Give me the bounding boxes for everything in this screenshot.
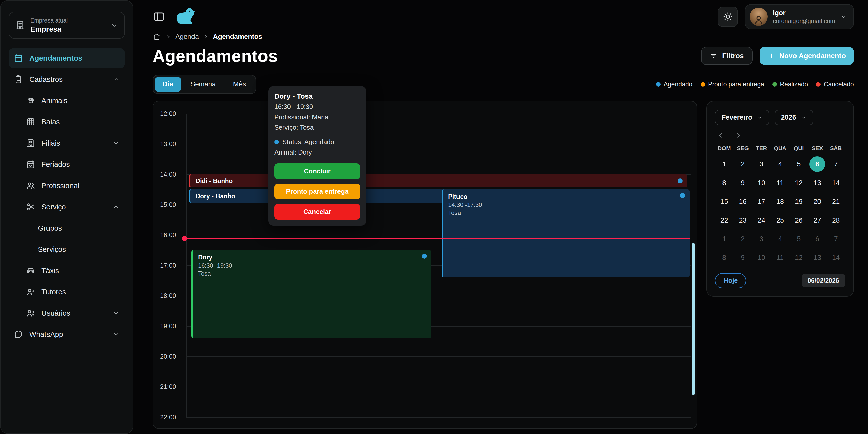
filters-button[interactable]: Filtros (701, 47, 752, 65)
new-appointment-button[interactable]: Novo Agendamento (760, 47, 854, 65)
sidebar-item-servico[interactable]: Serviço (21, 197, 125, 217)
time-label: 21:00 (160, 383, 176, 390)
calendar-day[interactable]: 10 (753, 175, 769, 191)
calendar-day[interactable]: 21 (828, 194, 844, 209)
calendar-day[interactable]: 19 (791, 194, 807, 209)
calendar-day[interactable]: 3 (753, 156, 769, 172)
calendar-day[interactable]: 3 (753, 231, 769, 247)
dow-label: DOM (715, 141, 734, 155)
calendar-day[interactable]: 1 (716, 156, 732, 172)
home-icon[interactable] (153, 32, 161, 41)
calendar-cell: 16 (734, 192, 752, 211)
year-select[interactable]: 2026 (775, 110, 813, 125)
page-title: Agendamentos (153, 46, 278, 66)
sidebar-item-feriados[interactable]: Feriados (21, 154, 125, 175)
calendar-day[interactable]: 11 (772, 175, 788, 191)
sidebar-item-usuarios[interactable]: Usuários (21, 303, 125, 323)
calendar-cell: 1 (715, 155, 734, 173)
event-dory[interactable]: Dory16:30 -19:30Tosa (191, 250, 432, 338)
mini-calendar-header: Fevereiro 2026 (715, 110, 845, 125)
sidebar-item-animais[interactable]: Animais (21, 90, 125, 111)
calendar-scrollbar[interactable] (692, 243, 695, 395)
sidebar-item-whatsapp[interactable]: WhatsApp (8, 324, 125, 345)
calendar-cell: 2 (734, 230, 752, 248)
event-didi-banho[interactable]: Didi - Banho (189, 174, 687, 187)
sidebar-item-agendamentos[interactable]: Agendamentos (8, 48, 125, 68)
event-pituco[interactable]: Pituco14:30 -17:30Tosa (441, 190, 690, 278)
mini-calendar-panel: Fevereiro 2026 DOMSEGTERQUAQUISEXSÁB1234… (706, 101, 854, 297)
sidebar-item-servicos[interactable]: Serviços (33, 239, 125, 260)
sidebar-item-baias[interactable]: Baias (21, 112, 125, 132)
hoje-button[interactable]: Hoje (715, 273, 746, 288)
calendar-day[interactable]: 18 (772, 194, 788, 209)
calendar-day[interactable]: 9 (735, 250, 751, 266)
next-month-button[interactable] (735, 132, 742, 139)
concluir-button[interactable]: Concluir (274, 163, 360, 179)
sidebar-item-profissional[interactable]: Profissional (21, 175, 125, 196)
time-label: 17:00 (160, 262, 176, 269)
calendar-day[interactable]: 6 (809, 156, 825, 172)
calendar-day[interactable]: 13 (809, 175, 825, 191)
tab-dia[interactable]: Dia (155, 77, 181, 92)
calendar-day[interactable]: 12 (791, 175, 807, 191)
calendar-day[interactable]: 9 (735, 175, 751, 191)
tab-mes[interactable]: Mês (225, 77, 254, 92)
calendar-day[interactable]: 2 (735, 231, 751, 247)
tab-semana[interactable]: Semana (182, 77, 224, 92)
calendar-day[interactable]: 26 (791, 212, 807, 228)
calendar-cell: 5 (789, 155, 808, 173)
calendar-day[interactable]: 17 (753, 194, 769, 209)
calendar-day[interactable]: 24 (753, 212, 769, 228)
calendar-day[interactable]: 28 (828, 212, 844, 228)
calendar-day[interactable]: 15 (716, 194, 732, 209)
time-label: 15:00 (160, 201, 176, 208)
calendar-day[interactable]: 25 (772, 212, 788, 228)
calendar-day[interactable]: 22 (716, 212, 732, 228)
cancelar-button[interactable]: Cancelar (274, 204, 360, 220)
time-label: 20:00 (160, 353, 176, 360)
calendar-day[interactable]: 13 (809, 250, 825, 266)
sidebar-item-tutores[interactable]: Tutores (21, 282, 125, 302)
calendar-day[interactable]: 11 (772, 250, 788, 266)
calendar-day[interactable]: 16 (735, 194, 751, 209)
sidebar-item-grupos[interactable]: Grupos (33, 218, 125, 238)
pronto-para-entrega-button[interactable]: Pronto para entrega (274, 183, 360, 199)
calendar-day[interactable]: 7 (828, 156, 844, 172)
sidebar-item-taxis[interactable]: Táxis (21, 260, 125, 281)
event-title: Dory (198, 254, 427, 261)
calendar-day[interactable]: 5 (791, 156, 807, 172)
breadcrumb-agenda[interactable]: Agenda (175, 33, 199, 41)
calendar-day[interactable]: 10 (753, 250, 769, 266)
legend-dot (772, 82, 777, 87)
sidebar-item-filiais[interactable]: Filiais (21, 133, 125, 153)
calendar-cell: 9 (734, 173, 752, 192)
theme-toggle-button[interactable] (718, 7, 738, 27)
company-selector[interactable]: Empresa atual Empresa (8, 11, 125, 39)
month-select[interactable]: Fevereiro (715, 110, 770, 125)
calendar-cell: 14 (827, 173, 845, 192)
calendar-day[interactable]: 8 (716, 175, 732, 191)
calendar-cell: 10 (752, 173, 771, 192)
calendar-day[interactable]: 1 (716, 231, 732, 247)
calendar-day[interactable]: 2 (735, 156, 751, 172)
prev-month-button[interactable] (717, 132, 724, 139)
calendar-day[interactable]: 14 (828, 250, 844, 266)
dow-label: SÁB (827, 141, 845, 155)
calendar-day[interactable]: 23 (735, 212, 751, 228)
calendar-day[interactable]: 6 (809, 231, 825, 247)
calendar-day[interactable]: 12 (791, 250, 807, 266)
calendar-day[interactable]: 14 (828, 175, 844, 191)
calendar-day[interactable]: 8 (716, 250, 732, 266)
user-menu[interactable]: Igor coronaigor@gmail.com (745, 4, 854, 29)
calendar-day[interactable]: 4 (772, 231, 788, 247)
calendar-day[interactable]: 20 (809, 194, 825, 209)
sidebar-item-cadastros[interactable]: Cadastros (8, 69, 125, 90)
calendar-day[interactable]: 5 (791, 231, 807, 247)
calendar-day[interactable]: 7 (828, 231, 844, 247)
building-icon (26, 138, 35, 148)
sidebar-toggle-icon[interactable] (153, 10, 165, 23)
calendar-cell: 11 (771, 248, 789, 267)
dow-label: TER (752, 141, 771, 155)
calendar-day[interactable]: 4 (772, 156, 788, 172)
calendar-day[interactable]: 27 (809, 212, 825, 228)
